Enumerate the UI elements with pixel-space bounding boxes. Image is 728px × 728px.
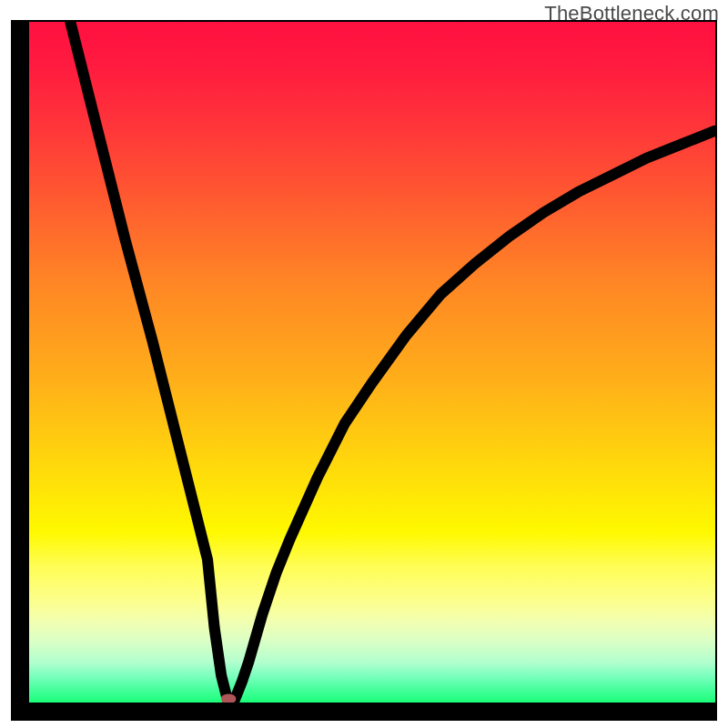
watermark-text: TheBottleneck.com (544, 2, 719, 25)
plot-area (11, 20, 717, 721)
chart-frame: TheBottleneck.com (0, 0, 728, 728)
min-marker (220, 694, 236, 703)
bottleneck-curve (70, 22, 715, 703)
plot-inner (29, 22, 715, 703)
curve-svg (29, 22, 715, 703)
